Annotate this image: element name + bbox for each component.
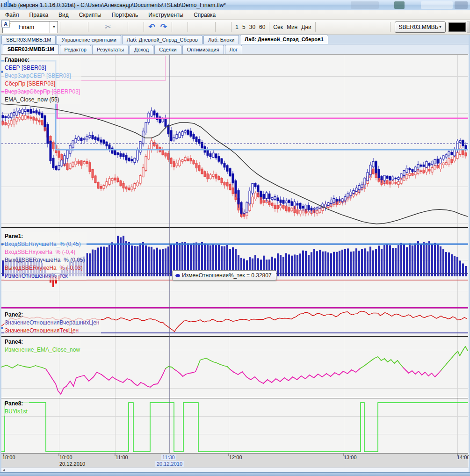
tab-lab-dnevnoy-spred-sberov[interactable]: Лаб: Дневной_Спрэд_Сберов xyxy=(122,35,202,44)
main-pane-legend: Главное: СБЕР [SBER03] ВчерЗакрСБЕР [SBE… xyxy=(4,56,81,104)
redo-button[interactable]: ↷ xyxy=(158,21,169,33)
menu-view[interactable]: Вид xyxy=(53,11,74,19)
trendline-tool-button[interactable] xyxy=(330,21,340,33)
axis-date-label: 20.12.2010 xyxy=(59,461,85,467)
legend-row[interactable]: ВыходSBERхужеНа_% (-0,03) xyxy=(5,264,85,272)
timeframe-60[interactable]: 60 xyxy=(257,24,267,30)
legend-row[interactable]: ИзменОтношения%_тек xyxy=(5,272,85,280)
window-title: TSLab (версия 1.1.16.0:32bit) - C:\Users… xyxy=(0,2,226,8)
menu-bar: Файл Правка Вид Скрипты Портфель Инструм… xyxy=(0,10,470,20)
tab-results[interactable]: Результаты xyxy=(92,45,129,54)
cut-button[interactable]: ✂ xyxy=(102,21,113,33)
legend-row[interactable]: Изменение_EMA_Close_now xyxy=(5,346,80,354)
tab-optimization[interactable]: Оптимизация xyxy=(182,45,224,54)
cursor-tool-button[interactable] xyxy=(318,21,329,33)
background-window-blur xyxy=(394,1,405,9)
app-icon xyxy=(3,0,11,7)
toolbar: Finam ▼ ✂ xyxy=(0,20,470,35)
tab-trades[interactable]: Сделки xyxy=(154,45,181,54)
legend-row[interactable]: ЗначениеОтношенияВчерашнихЦен xyxy=(5,319,100,327)
tab-chart[interactable]: SBER03:ММВБ:1М xyxy=(3,44,59,54)
scroll-left-icon[interactable]: ◄ xyxy=(2,468,6,472)
menu-help[interactable]: Справка xyxy=(188,11,221,19)
menu-portfolio[interactable]: Портфель xyxy=(107,11,144,19)
axis-time-label: 10:00 xyxy=(59,454,72,460)
delete-button[interactable] xyxy=(130,21,141,33)
legend-row[interactable]: ВчерЗакрСберПр [SBERP03] xyxy=(5,88,80,96)
pane-title: Pane2: xyxy=(5,311,100,319)
svg-text:A: A xyxy=(4,21,8,28)
menu-tools[interactable]: Инструменты xyxy=(143,11,188,19)
tab-lab-bloki[interactable]: Лаб: Блоки xyxy=(203,35,239,44)
undo-icon: ↶ xyxy=(148,22,155,32)
scissors-icon: ✂ xyxy=(105,22,111,31)
tab-lab-dnevnoy-spred-sberov1[interactable]: Лаб: Дневной_Спрэд_Сберов1 xyxy=(240,35,328,44)
vline-tool-button[interactable] xyxy=(354,21,364,33)
lab-tab-bar: SBER03:ММВБ:1М Редактор Результаты Доход… xyxy=(0,44,470,54)
undo-button[interactable]: ↶ xyxy=(146,21,157,33)
legend-row[interactable]: ВчерЗакрСБЕР [SBER03] xyxy=(5,72,80,80)
legend-row[interactable]: ЗначениеОтношенияТекЦен xyxy=(5,327,100,335)
legend-row[interactable]: EMA_Close_now (55) xyxy=(5,96,80,104)
background-window-blur xyxy=(455,1,468,9)
axis-time-label: 14:00 xyxy=(457,454,470,460)
tab-income[interactable]: Доход xyxy=(130,45,153,54)
save-button[interactable] xyxy=(75,21,86,33)
window-left-frame xyxy=(0,35,1,472)
value-tooltip: ИзменОтношения%_тек = 0.32807 xyxy=(172,270,276,281)
tab-sber03-mmvb-1m[interactable]: SBER03:ММВБ:1М xyxy=(1,35,56,44)
tab-editor[interactable]: Редактор xyxy=(60,45,91,54)
levels-tool-button[interactable] xyxy=(365,21,376,33)
chevron-down-icon[interactable]: ▼ xyxy=(50,22,58,33)
hline-tool-button[interactable] xyxy=(341,21,352,33)
pane-title: Pane1: xyxy=(5,232,85,240)
paste-button[interactable] xyxy=(115,21,125,33)
pane-title: Pane4: xyxy=(5,338,80,346)
menu-scripts[interactable]: Скрипты xyxy=(74,11,107,19)
timeframe-1[interactable]: 1 xyxy=(233,24,240,30)
legend-row[interactable]: ВыходSBERлучшеНа_% (0,05) xyxy=(5,256,85,264)
menu-file[interactable]: Файл xyxy=(0,11,24,19)
pane-title: Pane8: xyxy=(5,400,28,408)
legend-row[interactable]: СберПр [SBERP03] xyxy=(5,80,80,88)
copy-button[interactable] xyxy=(91,21,101,33)
title-bar[interactable]: TSLab (версия 1.1.16.0:32bit) - C:\Users… xyxy=(0,0,470,10)
unit-min[interactable]: Мин xyxy=(285,24,299,30)
color-swatch-black[interactable] xyxy=(448,22,466,32)
toolbar-grip[interactable] xyxy=(467,22,470,33)
unit-day[interactable]: Дни xyxy=(299,24,313,30)
properties-button[interactable] xyxy=(174,21,185,33)
tab-script-management[interactable]: Управление скриптами xyxy=(57,35,121,44)
tslab-window: TSLab (версия 1.1.16.0:32bit) - C:\Users… xyxy=(0,0,470,476)
text-tool-button[interactable]: A xyxy=(377,21,388,33)
pane-title: Главное: xyxy=(5,56,80,64)
legend-row[interactable]: СБЕР [SBER03] xyxy=(5,64,80,72)
legend-row[interactable]: ВходSBERлучшеНа_% (0,45) xyxy=(5,240,85,248)
unit-sec[interactable]: Сек xyxy=(271,24,285,30)
menu-edit[interactable]: Правка xyxy=(24,11,54,19)
tab-log[interactable]: Лог xyxy=(225,45,242,54)
pane4-legend: Pane4: Изменение_EMA_Close_now xyxy=(4,338,81,354)
chevron-down-icon: ▼ xyxy=(439,25,445,29)
run-button[interactable] xyxy=(218,21,229,33)
background-window-blur xyxy=(421,1,453,9)
symbol-combo-value: SBER03:ММВБ xyxy=(398,24,438,30)
axis-time-label: 18:00 xyxy=(2,454,15,460)
timeframe-30[interactable]: 30 xyxy=(247,24,257,30)
tooltip-text: ИзменОтношения%_тек = 0.32807 xyxy=(182,272,272,279)
timeframe-5[interactable]: 5 xyxy=(240,24,247,30)
pane1-legend: Pane1: ВходSBERлучшеНа_% (0,45) ВходSBER… xyxy=(4,232,87,280)
letter-a-icon: A xyxy=(1,20,10,28)
chart-button[interactable] xyxy=(190,21,201,33)
blocks-button[interactable] xyxy=(202,21,213,33)
open-button[interactable] xyxy=(63,21,73,33)
workspace-tab-bar: SBER03:ММВБ:1М Управление скриптами Лаб:… xyxy=(0,35,470,44)
redo-icon: ↷ xyxy=(160,22,167,32)
axis-time-label: 13:00 xyxy=(344,454,357,460)
series-dot-icon xyxy=(175,274,180,277)
axis-time-label: 11:00 xyxy=(116,454,128,460)
symbol-combo[interactable]: SBER03:ММВБ ▼ xyxy=(395,22,445,33)
legend-row[interactable]: ВходSBERхужеНа_% (-0,4) xyxy=(5,248,85,256)
legend-row[interactable]: BUYis1st xyxy=(5,408,28,416)
horizontal-scrollbar[interactable]: ◄ xyxy=(0,468,470,472)
